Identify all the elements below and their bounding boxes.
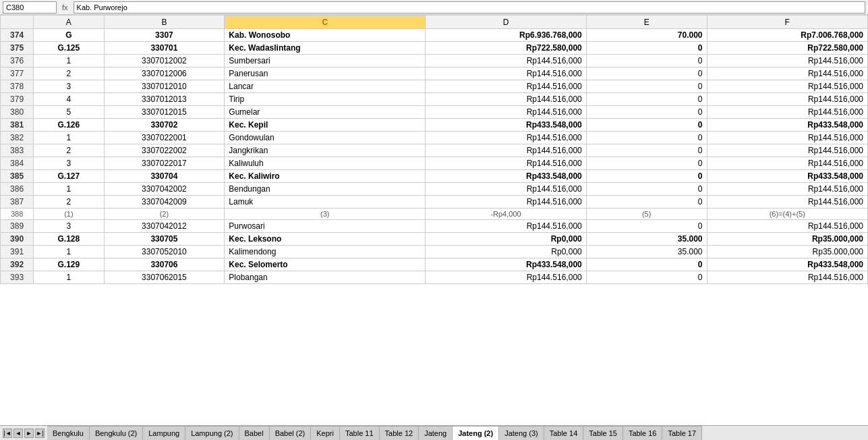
- cell-e[interactable]: 0: [586, 220, 707, 233]
- cell-b[interactable]: 3307022017: [104, 157, 225, 170]
- cell-b[interactable]: 330702: [104, 119, 225, 132]
- cell-e[interactable]: 0: [586, 80, 707, 93]
- cell-a[interactable]: 1: [34, 183, 104, 196]
- cell-f[interactable]: Rp144.516,000: [707, 93, 867, 106]
- cell-b[interactable]: 330705: [104, 233, 225, 246]
- cell-f[interactable]: Rp144.516,000: [707, 106, 867, 119]
- cell-a[interactable]: G.126: [34, 119, 104, 132]
- cell-f[interactable]: Rp144.516,000: [707, 55, 867, 67]
- col-header-d[interactable]: D: [426, 16, 586, 29]
- cell-e[interactable]: 0: [586, 119, 707, 132]
- cell-c[interactable]: Gondowulan: [225, 132, 426, 144]
- cell-d[interactable]: Rp144.516,000: [426, 220, 586, 233]
- cell-d[interactable]: Rp144.516,000: [426, 196, 586, 209]
- cell-a[interactable]: G.125: [34, 42, 104, 55]
- cell-c[interactable]: Kec. Selomerto: [225, 258, 426, 271]
- cell-d[interactable]: Rp144.516,000: [426, 93, 586, 106]
- formula-input[interactable]: [74, 1, 865, 13]
- cell-b[interactable]: 330704: [104, 170, 225, 183]
- cell-c[interactable]: Plobangan: [225, 271, 426, 284]
- cell-a[interactable]: 3: [34, 157, 104, 170]
- cell-d[interactable]: Rp144.516,000: [426, 67, 586, 80]
- cell-d[interactable]: Rp722.580,000: [426, 42, 586, 55]
- col-header-b[interactable]: B: [104, 16, 225, 29]
- cell-d[interactable]: Rp144.516,000: [426, 271, 586, 284]
- cell-d[interactable]: Rp433.548,000: [426, 258, 586, 271]
- cell-d[interactable]: Rp433.548,000: [426, 119, 586, 132]
- cell-d[interactable]: Rp144.516,000: [426, 132, 586, 144]
- cell-e[interactable]: 0: [586, 106, 707, 119]
- cell-f[interactable]: Rp144.516,000: [707, 80, 867, 93]
- cell-c[interactable]: Bendungan: [225, 183, 426, 196]
- cell-e[interactable]: (5): [586, 209, 707, 220]
- cell-b[interactable]: 330706: [104, 258, 225, 271]
- cell-f[interactable]: Rp7.006.768,000: [707, 29, 867, 42]
- cell-a[interactable]: 4: [34, 93, 104, 106]
- cell-e[interactable]: 0: [586, 132, 707, 144]
- cell-e[interactable]: 0: [586, 157, 707, 170]
- cell-a[interactable]: 3: [34, 220, 104, 233]
- cell-c[interactable]: Panerusan: [225, 67, 426, 80]
- cell-b[interactable]: 3307062015: [104, 271, 225, 284]
- cell-d[interactable]: Rp433.548,000: [426, 170, 586, 183]
- cell-b[interactable]: 3307042012: [104, 220, 225, 233]
- cell-d[interactable]: Rp0,000: [426, 246, 586, 258]
- cell-f[interactable]: Rp144.516,000: [707, 183, 867, 196]
- cell-f[interactable]: Rp433.548,000: [707, 170, 867, 183]
- col-header-f[interactable]: F: [707, 16, 867, 29]
- cell-a[interactable]: G.128: [34, 233, 104, 246]
- cell-b[interactable]: 3307012002: [104, 55, 225, 67]
- cell-f[interactable]: Rp144.516,000: [707, 157, 867, 170]
- cell-b[interactable]: 3307012010: [104, 80, 225, 93]
- cell-a[interactable]: 1: [34, 132, 104, 144]
- cell-d[interactable]: Rp144.516,000: [426, 183, 586, 196]
- cell-f[interactable]: Rp433.548,000: [707, 119, 867, 132]
- col-header-c[interactable]: C: [225, 16, 426, 29]
- cell-c[interactable]: Purwosari: [225, 220, 426, 233]
- cell-c[interactable]: Kaliwuluh: [225, 157, 426, 170]
- cell-f[interactable]: Rp144.516,000: [707, 144, 867, 157]
- cell-b[interactable]: 3307012015: [104, 106, 225, 119]
- cell-b[interactable]: 3307012006: [104, 67, 225, 80]
- cell-reference-input[interactable]: [3, 1, 57, 13]
- cell-f[interactable]: Rp35.000,000: [707, 246, 867, 258]
- cell-e[interactable]: 0: [586, 55, 707, 67]
- cell-a[interactable]: (1): [34, 209, 104, 220]
- cell-c[interactable]: Kec. Kepil: [225, 119, 426, 132]
- cell-c[interactable]: Kab. Wonosobo: [225, 29, 426, 42]
- cell-e[interactable]: 0: [586, 271, 707, 284]
- cell-f[interactable]: (6)=(4)+(5): [707, 209, 867, 220]
- cell-d[interactable]: Rp6.936.768,000: [426, 29, 586, 42]
- cell-e[interactable]: 0: [586, 42, 707, 55]
- cell-b[interactable]: 3307052010: [104, 246, 225, 258]
- col-header-e[interactable]: E: [586, 16, 707, 29]
- cell-c[interactable]: Lamuk: [225, 196, 426, 209]
- cell-f[interactable]: Rp144.516,000: [707, 196, 867, 209]
- cell-b[interactable]: 330701: [104, 42, 225, 55]
- cell-d[interactable]: Rp144.516,000: [426, 157, 586, 170]
- cell-d[interactable]: Rp0,000: [426, 233, 586, 246]
- cell-e[interactable]: 0: [586, 196, 707, 209]
- cell-c[interactable]: Sumbersari: [225, 55, 426, 67]
- cell-e[interactable]: 0: [586, 144, 707, 157]
- cell-a[interactable]: G.129: [34, 258, 104, 271]
- cell-e[interactable]: 0: [586, 170, 707, 183]
- cell-e[interactable]: 0: [586, 67, 707, 80]
- cell-c[interactable]: Kec. Wadaslintang: [225, 42, 426, 55]
- cell-e[interactable]: 35.000: [586, 246, 707, 258]
- cell-e[interactable]: 35.000: [586, 233, 707, 246]
- cell-a[interactable]: 5: [34, 106, 104, 119]
- cell-c[interactable]: Kalimendong: [225, 246, 426, 258]
- cell-b[interactable]: 3307022002: [104, 144, 225, 157]
- cell-c[interactable]: Kec. Kaliwiro: [225, 170, 426, 183]
- cell-b[interactable]: 3307042009: [104, 196, 225, 209]
- cell-f[interactable]: Rp144.516,000: [707, 67, 867, 80]
- cell-d[interactable]: -Rp4,000: [426, 209, 586, 220]
- cell-a[interactable]: 3: [34, 80, 104, 93]
- cell-f[interactable]: Rp144.516,000: [707, 132, 867, 144]
- cell-e[interactable]: 70.000: [586, 29, 707, 42]
- cell-d[interactable]: Rp144.516,000: [426, 80, 586, 93]
- col-header-a[interactable]: A: [34, 16, 104, 29]
- cell-c[interactable]: Jangkrikan: [225, 144, 426, 157]
- cell-b[interactable]: 3307012013: [104, 93, 225, 106]
